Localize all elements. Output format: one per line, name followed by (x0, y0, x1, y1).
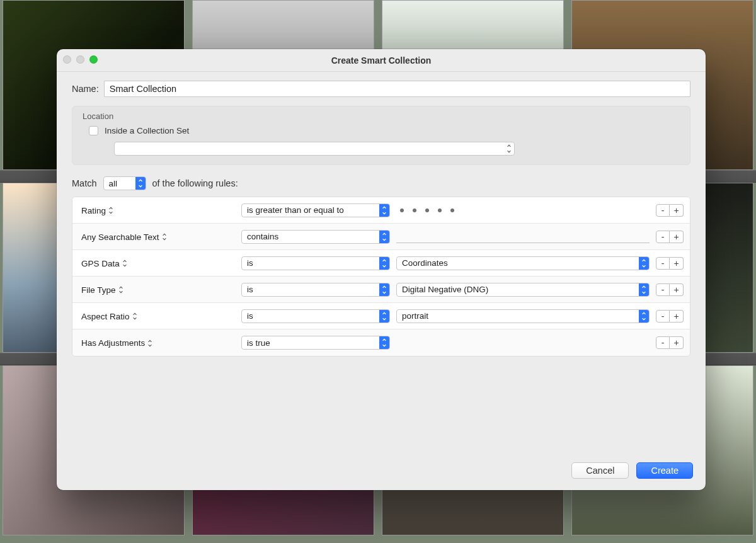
rule-field-value: Has Adjustments (81, 338, 145, 348)
match-mode-value: all (109, 179, 118, 188)
inside-collection-set-checkbox[interactable] (89, 126, 98, 135)
rule-value: portrait (402, 311, 428, 321)
rule-operator-value: is (247, 258, 253, 268)
create-smart-collection-dialog: Create Smart Collection Name: Location I… (57, 49, 706, 490)
chevron-up-down-icon (379, 204, 389, 217)
rule-text-input[interactable] (396, 231, 650, 243)
rule-operator-select[interactable]: is greater than or equal to (241, 203, 390, 217)
remove-rule-button[interactable]: - (656, 283, 670, 296)
inside-collection-set-label: Inside a Collection Set (105, 126, 189, 135)
cancel-button[interactable]: Cancel (571, 462, 629, 479)
rule-field-value: Aspect Ratio (81, 312, 130, 321)
rule-operator-value: contains (247, 232, 278, 241)
chevron-up-down-icon (639, 283, 649, 296)
chevron-up-down-icon (162, 233, 167, 241)
chevron-up-down-icon (147, 340, 152, 347)
rule-value-select[interactable]: Digital Negative (DNG) (396, 283, 650, 297)
chevron-up-down-icon (639, 310, 649, 323)
rule-field-select[interactable]: Any Searchable Text (81, 232, 167, 242)
window-controls (63, 55, 98, 64)
remove-rule-button[interactable]: - (656, 310, 670, 323)
rule-field-value: File Type (81, 285, 116, 295)
add-rule-button[interactable]: + (670, 204, 684, 217)
name-label: Name: (72, 84, 99, 94)
chevron-up-down-icon (379, 310, 389, 323)
rule-field-value: Rating (81, 206, 106, 215)
chevron-up-down-icon (379, 257, 389, 270)
rule-row: File TypeisDigital Negative (DNG)-+ (72, 277, 690, 303)
rule-row: GPS DataisCoordinates-+ (72, 250, 690, 277)
rule-field-value: GPS Data (81, 259, 120, 268)
collection-set-select[interactable] (114, 142, 515, 156)
dialog-footer: Cancel Create (57, 454, 706, 490)
add-rule-button[interactable]: + (670, 231, 684, 243)
rule-operator-select[interactable]: is (241, 283, 390, 297)
rule-row: Any Searchable Textcontains-+ (72, 224, 690, 250)
maximize-window-icon[interactable] (89, 55, 98, 64)
chevron-up-down-icon (135, 177, 146, 190)
rating-stars[interactable] (396, 209, 454, 212)
add-rule-button[interactable]: + (670, 257, 684, 270)
rules-list: Ratingis greater than or equal to-+Any S… (72, 197, 690, 357)
chevron-up-down-icon (504, 142, 514, 155)
add-rule-button[interactable]: + (670, 310, 684, 323)
minimize-window-icon[interactable] (76, 55, 84, 64)
chevron-up-down-icon (132, 312, 137, 320)
match-row: Match all of the following rules: (72, 176, 690, 190)
rule-operator-select[interactable]: is true (241, 336, 390, 350)
rule-operator-value: is (247, 285, 253, 294)
rule-field-select[interactable]: Aspect Ratio (81, 312, 137, 321)
chevron-up-down-icon (122, 260, 127, 267)
chevron-up-down-icon (379, 336, 389, 349)
match-suffix: of the following rules: (152, 178, 238, 188)
dialog-title: Create Smart Collection (331, 55, 432, 66)
location-title: Location (83, 111, 682, 121)
rule-operator-value: is (247, 311, 253, 321)
close-window-icon[interactable] (63, 55, 71, 64)
rule-operator-select[interactable]: is (241, 256, 390, 270)
chevron-up-down-icon (108, 207, 113, 214)
rule-operator-value: is greater than or equal to (247, 205, 344, 215)
match-prefix: Match (72, 178, 97, 188)
rule-row: Has Adjustmentsis true-+ (72, 329, 690, 356)
chevron-up-down-icon (118, 286, 123, 294)
rule-field-select[interactable]: GPS Data (81, 259, 127, 268)
rule-field-value: Any Searchable Text (81, 232, 159, 242)
match-mode-select[interactable]: all (103, 176, 146, 190)
rule-operator-select[interactable]: is (241, 309, 390, 323)
remove-rule-button[interactable]: - (656, 231, 670, 243)
rule-operator-value: is true (247, 338, 270, 348)
rule-field-select[interactable]: Has Adjustments (81, 338, 152, 348)
rule-row: Ratingis greater than or equal to-+ (72, 197, 690, 224)
rule-value-select[interactable]: portrait (396, 309, 650, 323)
rule-row: Aspect Ratioisportrait-+ (72, 303, 690, 329)
remove-rule-button[interactable]: - (656, 336, 670, 349)
titlebar: Create Smart Collection (57, 49, 706, 72)
rule-value: Digital Negative (DNG) (402, 285, 488, 294)
rule-field-select[interactable]: Rating (81, 206, 113, 215)
rule-value: Coordinates (402, 258, 448, 268)
chevron-up-down-icon (379, 283, 389, 296)
remove-rule-button[interactable]: - (656, 204, 670, 217)
add-rule-button[interactable]: + (670, 283, 684, 296)
chevron-up-down-icon (379, 231, 389, 243)
create-button[interactable]: Create (636, 462, 693, 479)
add-rule-button[interactable]: + (670, 336, 684, 349)
remove-rule-button[interactable]: - (656, 257, 670, 270)
rule-field-select[interactable]: File Type (81, 285, 123, 295)
rule-operator-select[interactable]: contains (241, 230, 390, 244)
name-input[interactable] (104, 81, 690, 97)
location-group: Location Inside a Collection Set (72, 106, 690, 165)
rule-value-select[interactable]: Coordinates (396, 256, 650, 270)
chevron-up-down-icon (639, 257, 649, 270)
